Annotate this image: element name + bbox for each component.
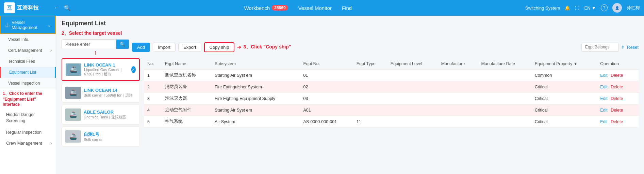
vessel-info-2: ABLE SAILOR Chemical Tank | 无限航区 <box>84 110 126 120</box>
cell-level <box>387 81 438 93</box>
technical-files-label: Technical Files <box>8 59 35 64</box>
sidebar-item-hidden-danger[interactable]: Hidden Danger Screening <box>0 109 56 127</box>
cell-property: Common <box>531 70 597 81</box>
regular-inspection-label: Regular Inspection <box>6 130 42 135</box>
delete-link-2[interactable]: Delete <box>611 85 623 89</box>
edit-link-3[interactable]: Edit <box>600 96 608 101</box>
table-row: 1 测试空压机名称 Starting Air Syst em 01 Common <box>144 70 639 81</box>
anchor-icon: ⚓ <box>5 23 10 28</box>
vessel-card-1[interactable]: 🚢 LINK OCEAN 14 Bulk carrier | 56968 ton… <box>62 83 140 103</box>
sidebar-item-equipment-list[interactable]: Equipment List <box>0 67 56 78</box>
search-box: 🔍 <box>62 39 129 49</box>
delete-link-5[interactable]: Delete <box>611 119 623 124</box>
table-wrapper: No. Eqpt Name Subsystem Eqpt No. Eqpt Ty… <box>144 58 639 128</box>
cell-eqpt-no: A01 <box>300 104 353 116</box>
logo-icon: 互 <box>4 2 15 13</box>
logo-area: 互 互海科技 <box>4 2 48 13</box>
col-eqpt-type: Eqpt Type <box>353 58 387 70</box>
vessel-monitor-nav[interactable]: Vessel Monitor <box>298 5 332 11</box>
vessel-card-2[interactable]: 🚢 ABLE SAILOR Chemical Tank | 无限航区 <box>62 105 140 125</box>
col-operation: Operation <box>597 58 639 70</box>
cell-eqpt-no: 03 <box>300 93 353 104</box>
sidebar-item-vessel-info[interactable]: Vessel Info. <box>0 34 56 45</box>
col-manufacture-date: Manufacture Date <box>478 58 531 70</box>
sidebar: ⚓ Vessel Management ⌄ Vessel Info. Cert.… <box>0 16 56 174</box>
import-button[interactable]: Import <box>153 43 176 52</box>
cell-level <box>387 104 438 116</box>
cell-manufacture <box>438 70 478 81</box>
delete-link-3[interactable]: Delete <box>611 96 623 101</box>
cell-eqpt-name: 消防员装备 <box>162 81 211 93</box>
chevron-right-icon: › <box>50 48 52 53</box>
edit-link-4[interactable]: Edit <box>600 108 608 113</box>
find-nav[interactable]: Find <box>342 5 352 11</box>
vessel-detail-0: Liquefied Gas Carrier | 67301 ton | 近岛 <box>84 68 129 77</box>
sidebar-item-crew-management[interactable]: Crew Management › <box>0 138 56 149</box>
bell-icon[interactable]: 🔔 <box>565 5 570 11</box>
add-button[interactable]: Add <box>132 43 150 52</box>
sidebar-item-vessel-inspection[interactable]: Vessel Inspection <box>0 78 56 89</box>
workbench-nav-item[interactable]: Workbench 28869 <box>244 5 288 11</box>
help-icon[interactable]: ? <box>601 4 608 11</box>
cell-level <box>387 93 438 104</box>
delete-link-1[interactable]: Delete <box>611 73 623 78</box>
cell-no: 5 <box>144 116 162 128</box>
copy-ship-button[interactable]: Copy ship <box>204 42 235 52</box>
switching-system[interactable]: Switching System <box>525 5 560 11</box>
back-icon[interactable]: ← <box>54 5 59 11</box>
cell-manufacture-date <box>478 93 531 104</box>
fullscreen-icon[interactable]: ⛶ <box>575 5 579 11</box>
sidebar-item-technical-files[interactable]: Technical Files <box>0 56 56 67</box>
search-icon[interactable]: 🔍 <box>64 5 71 11</box>
step1-annotation: 1、Click to enter the "Equipment List" in… <box>0 89 56 109</box>
vessel-info-0: LINK OCEAN 1 Liquefied Gas Carrier | 673… <box>84 62 129 77</box>
logo-text: 互海科技 <box>17 4 39 12</box>
cell-manufacture-date <box>478 81 531 93</box>
cell-no: 4 <box>144 104 162 116</box>
cell-eqpt-type <box>353 81 387 93</box>
reset-button[interactable]: Reset <box>627 45 639 50</box>
sidebar-item-cert-management[interactable]: Cert. Management › <box>0 45 56 56</box>
vessel-detail-2: Chemical Tank | 无限航区 <box>84 115 126 120</box>
search-button[interactable]: 🔍 <box>116 40 129 49</box>
main-content: Equipment List 2、Select the target vesse… <box>56 16 644 174</box>
filter-icon[interactable]: ⚕ <box>622 44 624 50</box>
cell-eqpt-name: 空气系统 <box>162 116 211 128</box>
cell-manufacture-date <box>478 116 531 128</box>
cell-ops: Edit Delete <box>597 70 639 81</box>
toolbar-right: ⚕ Reset <box>581 43 639 52</box>
crew-management-label: Crew Management <box>6 141 42 146</box>
eqpt-belongs-input[interactable] <box>581 43 619 52</box>
equipment-list-label: Equipment List <box>9 70 36 75</box>
chevron-down-icon: ⌄ <box>47 23 51 28</box>
workbench-label: Workbench <box>244 5 270 11</box>
cell-subsystem: Fire Fighting Equ ipment Supply <box>211 93 300 104</box>
vessel-thumb-3: 🚢 <box>65 130 81 143</box>
nav-center: Workbench 28869 Vessel Monitor Find <box>71 5 525 11</box>
edit-link-2[interactable]: Edit <box>600 85 608 89</box>
vessel-card-0[interactable]: 🚢 LINK OCEAN 1 Liquefied Gas Carrier | 6… <box>62 58 140 81</box>
sidebar-item-regular-inspection[interactable]: Regular Inspection <box>0 127 56 138</box>
vessel-detail-1: Bulk carrier | 56968 ton | 远洋 <box>84 93 133 98</box>
language-selector[interactable]: EN ▼ <box>584 5 596 11</box>
step1-text: 1、Click to enter the "Equipment List" in… <box>3 91 42 107</box>
step2-annotation: 2、Select the target vessel <box>62 30 639 37</box>
table-header-row: No. Eqpt Name Subsystem Eqpt No. Eqpt Ty… <box>144 58 639 70</box>
vessel-management-menu[interactable]: ⚓ Vessel Management ⌄ <box>0 16 56 34</box>
cell-eqpt-name: 测试空压机名称 <box>162 70 211 81</box>
step3-annotation: ➔ 3、Click "Copy ship" <box>237 44 291 50</box>
vessel-name-0: LINK OCEAN 1 <box>84 62 129 68</box>
edit-link-1[interactable]: Edit <box>600 73 608 78</box>
avatar[interactable]: 👤 <box>612 3 622 13</box>
up-arrow-annotation: ↑ <box>94 49 97 56</box>
cell-ops: Edit Delete <box>597 93 639 104</box>
cell-subsystem: Fire Extinguisher System <box>211 81 300 93</box>
vessel-thumb-0: 🚢 <box>66 63 81 76</box>
nav-right: Switching System 🔔 ⛶ EN ▼ ? 👤 孙红梅 <box>525 3 640 13</box>
step3-text: 3、Click "Copy ship" <box>243 44 291 50</box>
search-input[interactable] <box>62 40 116 48</box>
delete-link-4[interactable]: Delete <box>611 108 623 113</box>
export-button[interactable]: Export <box>178 43 201 52</box>
vessel-card-3[interactable]: 🚢 自测1号 Bulk carrier <box>62 127 140 146</box>
edit-link-5[interactable]: Edit <box>600 119 608 124</box>
